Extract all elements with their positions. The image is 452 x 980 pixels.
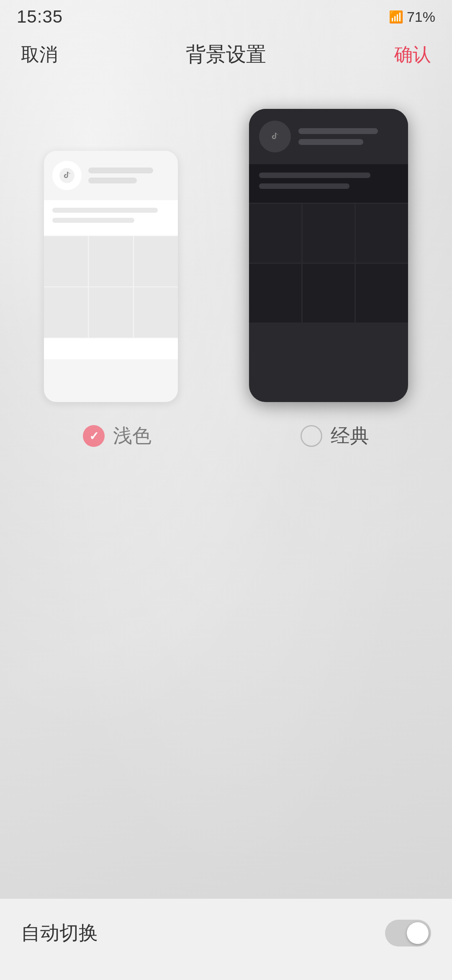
light-body-line-1	[52, 208, 158, 213]
status-time: 15:35	[17, 7, 63, 27]
auto-switch-row: 自动切换	[21, 920, 431, 946]
dark-body-line-1	[259, 173, 370, 178]
dark-grid-cell-1	[249, 204, 301, 263]
battery-icon: 71%	[407, 9, 435, 25]
light-grid-cell-6	[134, 287, 178, 338]
dark-text-line-1	[298, 128, 378, 134]
signal-icon: 📶	[389, 10, 403, 24]
theme-previews	[0, 109, 452, 402]
light-theme-preview[interactable]	[44, 151, 178, 402]
light-preview-body	[44, 200, 178, 235]
theme-labels: 浅色 经典	[0, 402, 452, 449]
nav-bar: 取消 背景设置 确认	[0, 34, 452, 75]
dark-grid-cell-4	[249, 264, 301, 322]
classic-theme-radio[interactable]	[300, 425, 322, 447]
light-text-line-1	[88, 168, 153, 173]
light-grid-cell-3	[134, 236, 178, 286]
dark-grid-cell-2	[303, 204, 355, 263]
classic-theme-label: 经典	[331, 423, 369, 449]
toggle-knob	[407, 922, 429, 944]
dark-grid-cell-3	[356, 204, 408, 263]
dark-grid-cell-5	[303, 264, 355, 322]
dark-grid-cell-6	[356, 264, 408, 322]
light-grid	[44, 236, 178, 338]
light-preview-header	[44, 151, 178, 200]
light-theme-radio[interactable]	[83, 425, 105, 447]
light-header-text	[88, 168, 170, 183]
dark-avatar	[259, 121, 291, 152]
cancel-button[interactable]: 取消	[21, 42, 58, 67]
dark-header-text	[298, 128, 398, 145]
bottom-section: 自动切换	[0, 899, 452, 980]
dark-grid-row2	[249, 264, 408, 322]
light-body-line-2	[52, 218, 134, 223]
light-avatar	[52, 161, 82, 190]
classic-theme-option[interactable]: 经典	[300, 423, 369, 449]
dark-preview-header	[249, 109, 408, 164]
light-grid-cell-2	[89, 236, 133, 286]
page-title: 背景设置	[186, 41, 266, 68]
light-text-line-2	[88, 178, 137, 183]
dark-preview-body	[249, 164, 408, 203]
status-icons: 📶 71%	[389, 9, 435, 25]
status-bar: 15:35 📶 71%	[0, 0, 452, 34]
auto-switch-toggle[interactable]	[385, 920, 431, 946]
light-theme-label: 浅色	[113, 423, 152, 449]
dark-grid-row1	[249, 204, 408, 263]
dark-theme-preview[interactable]	[249, 109, 408, 402]
light-grid-cell-4	[44, 287, 88, 338]
auto-switch-label: 自动切换	[21, 920, 98, 946]
confirm-button[interactable]: 确认	[394, 42, 431, 67]
light-grid-cell-1	[44, 236, 88, 286]
dark-text-line-2	[298, 139, 363, 145]
light-preview-footer	[44, 338, 178, 359]
dark-body-line-2	[259, 183, 349, 189]
light-grid-cell-5	[89, 287, 133, 338]
light-theme-option[interactable]: 浅色	[83, 423, 152, 449]
